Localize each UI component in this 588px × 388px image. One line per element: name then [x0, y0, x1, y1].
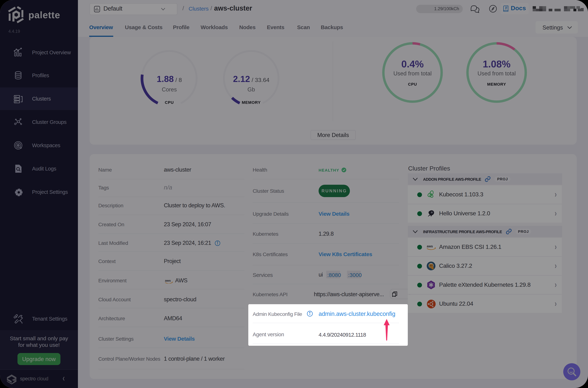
svg-text:aws: aws: [165, 279, 171, 282]
svg-text:aws: aws: [427, 244, 433, 248]
